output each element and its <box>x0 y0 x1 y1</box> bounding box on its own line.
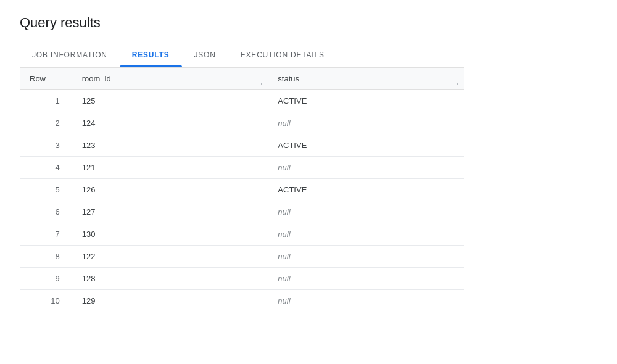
cell-row-num: 9 <box>20 268 72 290</box>
table-row: 10129null <box>20 290 464 312</box>
cell-room-id: 122 <box>72 246 268 268</box>
cell-status: null <box>268 246 464 268</box>
cell-row-num: 10 <box>20 290 72 312</box>
table-row: 7130null <box>20 223 464 246</box>
cell-status: null <box>268 268 464 290</box>
resize-handle-room-id[interactable]: ⌟ <box>259 80 265 86</box>
table-row: 4121null <box>20 157 464 179</box>
cell-room-id: 125 <box>72 90 268 112</box>
cell-room-id: 129 <box>72 290 268 312</box>
cell-row-num: 5 <box>20 179 72 201</box>
tab-execution-details[interactable]: EXECUTION DETAILS <box>228 43 337 67</box>
cell-room-id: 121 <box>72 157 268 179</box>
cell-room-id: 126 <box>72 179 268 201</box>
table-row: 9128null <box>20 268 464 290</box>
table-row: 8122null <box>20 246 464 268</box>
tabs-container: JOB INFORMATION RESULTS JSON EXECUTION D… <box>20 43 597 67</box>
cell-status: null <box>268 112 464 134</box>
cell-status: ACTIVE <box>268 134 464 157</box>
cell-row-num: 8 <box>20 246 72 268</box>
cell-row-num: 3 <box>20 134 72 157</box>
cell-room-id: 130 <box>72 223 268 246</box>
cell-room-id: 124 <box>72 112 268 134</box>
tab-job-information[interactable]: JOB INFORMATION <box>20 43 120 67</box>
tab-json[interactable]: JSON <box>182 43 228 67</box>
cell-room-id: 123 <box>72 134 268 157</box>
cell-row-num: 6 <box>20 201 72 223</box>
table-row: 1125ACTIVE <box>20 90 464 112</box>
cell-row-num: 7 <box>20 223 72 246</box>
tab-results[interactable]: RESULTS <box>120 43 182 67</box>
page-title: Query results <box>20 15 597 31</box>
cell-status: null <box>268 157 464 179</box>
table-row: 6127null <box>20 201 464 223</box>
resize-handle-status[interactable]: ⌟ <box>455 80 462 86</box>
results-table: Row room_id ⌟ status ⌟ 1125ACTIVE2124nul… <box>20 67 464 312</box>
table-header-row: Row room_id ⌟ status ⌟ <box>20 68 464 90</box>
cell-row-num: 2 <box>20 112 72 134</box>
cell-status: null <box>268 290 464 312</box>
cell-room-id: 128 <box>72 268 268 290</box>
cell-row-num: 4 <box>20 157 72 179</box>
table-row: 3123ACTIVE <box>20 134 464 157</box>
table-row: 5126ACTIVE <box>20 179 464 201</box>
table-row: 2124null <box>20 112 464 134</box>
page-container: Query results JOB INFORMATION RESULTS JS… <box>0 0 617 312</box>
cell-status: ACTIVE <box>268 90 464 112</box>
cell-row-num: 1 <box>20 90 72 112</box>
col-header-row: Row <box>20 68 72 90</box>
cell-status: ACTIVE <box>268 179 464 201</box>
results-table-container: Row room_id ⌟ status ⌟ 1125ACTIVE2124nul… <box>20 67 597 312</box>
cell-status: null <box>268 223 464 246</box>
col-header-room-id: room_id ⌟ <box>72 68 268 90</box>
col-header-status: status ⌟ <box>268 68 464 90</box>
cell-status: null <box>268 201 464 223</box>
cell-room-id: 127 <box>72 201 268 223</box>
table-body: 1125ACTIVE2124null3123ACTIVE4121null5126… <box>20 90 464 312</box>
